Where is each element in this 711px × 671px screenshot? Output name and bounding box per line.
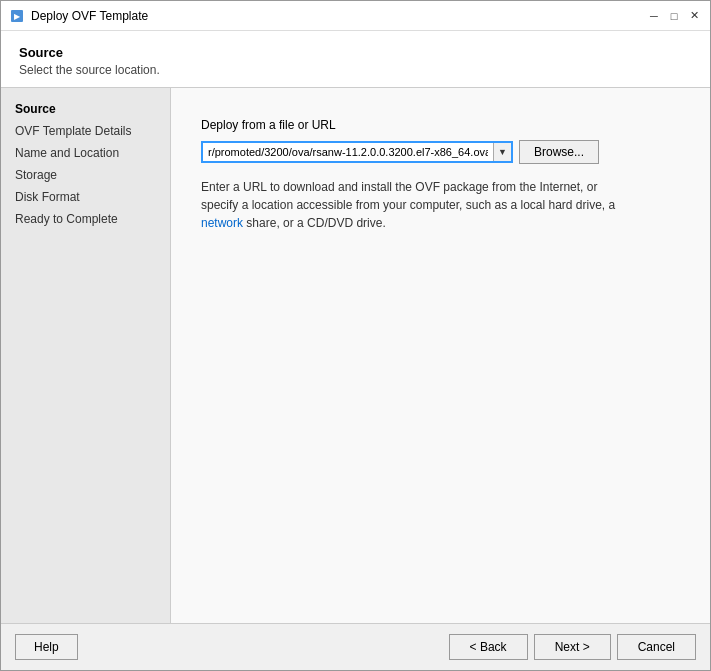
description-network-link[interactable]: network [201, 216, 243, 230]
url-dropdown-button[interactable]: ▼ [493, 143, 511, 161]
description-text: Enter a URL to download and install the … [201, 178, 631, 232]
window-title: Deploy OVF Template [31, 9, 646, 23]
title-bar: ▶ Deploy OVF Template ─ □ ✕ [1, 1, 710, 31]
deploy-label: Deploy from a file or URL [201, 118, 680, 132]
content-area: Source OVF Template Details Name and Loc… [1, 88, 710, 623]
sidebar: Source OVF Template Details Name and Loc… [1, 88, 171, 623]
sidebar-item-ready-to-complete[interactable]: Ready to Complete [1, 208, 170, 230]
url-input[interactable] [203, 143, 493, 161]
browse-button[interactable]: Browse... [519, 140, 599, 164]
url-row: ▼ Browse... [201, 140, 680, 164]
sidebar-item-source[interactable]: Source [1, 98, 170, 120]
sidebar-item-name-and-location[interactable]: Name and Location [1, 142, 170, 164]
close-button[interactable]: ✕ [686, 8, 702, 24]
footer: Help < Back Next > Cancel [1, 623, 710, 670]
sidebar-item-storage[interactable]: Storage [1, 164, 170, 186]
nav-buttons: < Back Next > Cancel [449, 634, 696, 660]
main-content: Deploy from a file or URL ▼ Browse... En… [171, 88, 710, 623]
window: ▶ Deploy OVF Template ─ □ ✕ Source Selec… [0, 0, 711, 671]
svg-text:▶: ▶ [14, 12, 21, 21]
header-title: Source [19, 45, 692, 60]
help-button[interactable]: Help [15, 634, 78, 660]
back-button[interactable]: < Back [449, 634, 528, 660]
header-section: Source Select the source location. [1, 31, 710, 88]
title-bar-controls: ─ □ ✕ [646, 8, 702, 24]
header-subtitle: Select the source location. [19, 63, 692, 77]
minimize-button[interactable]: ─ [646, 8, 662, 24]
window-icon: ▶ [9, 8, 25, 24]
url-combo-wrapper: ▼ [201, 141, 513, 163]
cancel-button[interactable]: Cancel [617, 634, 696, 660]
description-line3-suffix: share, or a CD/DVD drive. [243, 216, 386, 230]
next-button[interactable]: Next > [534, 634, 611, 660]
sidebar-item-disk-format[interactable]: Disk Format [1, 186, 170, 208]
maximize-button[interactable]: □ [666, 8, 682, 24]
sidebar-item-ovf-template-details[interactable]: OVF Template Details [1, 120, 170, 142]
description-line1: Enter a URL to download and install the … [201, 180, 615, 212]
